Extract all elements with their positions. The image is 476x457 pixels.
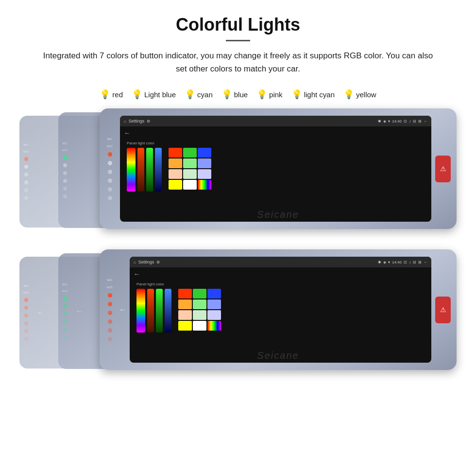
blue-bulb-icon: 💡 [221, 89, 232, 100]
second-main-screen: ⌂ Settings ⚙ ✱ ◈ ▾ 14:40 ⊡ ♪ [130, 257, 431, 363]
palette2-yellow[interactable] [178, 321, 192, 331]
palette-rainbow[interactable] [198, 180, 211, 190]
panel-light-label-2: Panel light color [136, 282, 171, 286]
header-section: Colorful Lights Integrated with 7 colors… [0, 0, 476, 89]
palette-palegreen[interactable] [183, 169, 197, 179]
pink-bulb-icon: 💡 [256, 89, 267, 100]
palette2-green[interactable] [193, 289, 206, 299]
color-item-cyan: 💡 cyan [185, 89, 213, 100]
palette2-lightgreen[interactable] [193, 299, 206, 309]
settings-label-2: Settings [138, 260, 154, 264]
palette2-lightblue[interactable] [207, 299, 221, 309]
color-indicators-row: 💡 red 💡 Light blue 💡 cyan 💡 blue 💡 pink … [0, 89, 476, 100]
color-item-lightblue: 💡 Light blue [132, 89, 176, 100]
palette-lightgreen[interactable] [183, 158, 197, 168]
color-item-lightcyan: 💡 light cyan [291, 89, 335, 100]
window-icon-2[interactable]: ⊞ [418, 260, 422, 264]
color-label-pink: pink [269, 90, 283, 99]
palette2-blue[interactable] [207, 289, 221, 299]
blue-slider[interactable] [155, 148, 162, 192]
palette2-white[interactable] [193, 321, 206, 331]
car-unit2-front: MIC RST ← [100, 249, 457, 370]
color-item-blue: 💡 blue [221, 89, 248, 100]
minimize-icon-2[interactable]: ⊟ [413, 260, 416, 264]
unit2-back2-arrow[interactable]: ← [37, 309, 44, 316]
time-display: 14:40 [392, 119, 402, 123]
time-display-2: 14:40 [392, 260, 402, 264]
palette-yellow[interactable] [169, 180, 182, 190]
palette-red[interactable] [169, 148, 182, 158]
warning-button[interactable]: ⚠ [435, 156, 451, 182]
lightcyan-bulb-icon: 💡 [291, 89, 302, 100]
palette2-orange[interactable] [178, 299, 192, 309]
back-icon[interactable]: ← [424, 119, 427, 123]
page-title: Colorful Lights [19, 15, 457, 35]
home-icon[interactable]: ⌂ [124, 119, 126, 123]
palette-blue[interactable] [198, 148, 211, 158]
back-arrow-button[interactable]: ← [124, 129, 130, 137]
volume-icon-2: ♪ [409, 260, 411, 264]
lightblue-bulb-icon: 💡 [132, 89, 142, 100]
palette2-paleblue[interactable] [207, 310, 221, 320]
unit2-front-arrow[interactable]: ← [119, 305, 127, 314]
palette-lightblue[interactable] [198, 158, 211, 168]
camera-icon: ⊡ [404, 119, 407, 123]
color-label-yellow: yellow [356, 90, 376, 99]
back-arrow-button-2[interactable]: ← [134, 270, 140, 278]
color-item-yellow: 💡 yellow [343, 89, 376, 100]
bluetooth-icon-2: ✱ [378, 260, 381, 264]
palette2-red[interactable] [178, 289, 192, 299]
location-icon-2: ◈ [383, 260, 386, 264]
settings-label: Settings [129, 119, 145, 123]
minimize-icon[interactable]: ⊟ [413, 119, 416, 123]
palette2-palegreen[interactable] [193, 310, 206, 320]
title-divider [226, 40, 250, 41]
color-item-red: 💡 red [100, 89, 123, 100]
color-item-pink: 💡 pink [256, 89, 283, 100]
bluetooth-icon: ✱ [378, 119, 381, 123]
palette-peach[interactable] [169, 169, 182, 179]
window-icon[interactable]: ⊞ [418, 119, 422, 123]
panel-light-label: Panel light color [127, 141, 162, 145]
cyan-bulb-icon: 💡 [185, 89, 195, 100]
back-icon-2[interactable]: ← [424, 260, 427, 264]
red-slider[interactable] [137, 148, 144, 192]
color-label-blue: blue [234, 90, 248, 99]
page-wrapper: Colorful Lights Integrated with 7 colors… [0, 0, 476, 457]
color-label-red: red [112, 90, 123, 99]
blue-slider-2[interactable] [165, 289, 171, 333]
warning-button-2[interactable]: ⚠ [435, 297, 451, 323]
signal-icon: ▾ [388, 119, 390, 123]
android-status-bar: ⌂ Settings ⚙ ✱ ◈ ▾ 14:40 ⊡ ♪ [120, 116, 431, 126]
red-bulb-icon: 💡 [100, 89, 110, 100]
android-status-bar-2: ⌂ Settings ⚙ ✱ ◈ ▾ 14:40 ⊡ ♪ [130, 257, 431, 267]
color-label-cyan: cyan [197, 90, 213, 99]
palette-white[interactable] [183, 180, 197, 190]
yellow-bulb-icon: 💡 [343, 89, 354, 100]
camera-icon-2: ⊡ [404, 260, 407, 264]
color-label-lightcyan: light cyan [304, 90, 335, 99]
color-label-lightblue: Light blue [144, 90, 176, 99]
rainbow-slider[interactable] [127, 148, 136, 192]
settings-gear-icon-2[interactable]: ⚙ [156, 260, 160, 264]
palette-green[interactable] [183, 148, 197, 158]
green-slider[interactable] [146, 148, 153, 192]
car-unit-front: MIC RST ⌂ [100, 108, 457, 229]
volume-icon: ♪ [409, 119, 411, 123]
palette-paleblue[interactable] [198, 169, 211, 179]
location-icon: ◈ [383, 119, 386, 123]
main-screen: ⌂ Settings ⚙ ✱ ◈ ▾ 14:40 ⊡ ♪ [120, 116, 431, 222]
palette2-rainbow[interactable] [207, 321, 221, 331]
home-icon-2[interactable]: ⌂ [134, 260, 136, 264]
warning-triangle-icon: ⚠ [440, 165, 446, 173]
unit2-back1-arrow[interactable]: ← [76, 307, 83, 315]
green-slider-2[interactable] [156, 289, 163, 333]
palette-orange[interactable] [169, 158, 182, 168]
warning-triangle-icon-2: ⚠ [440, 306, 446, 314]
description-text: Integrated with 7 colors of button indic… [39, 49, 437, 75]
signal-icon-2: ▾ [388, 260, 390, 264]
settings-gear-icon[interactable]: ⚙ [147, 119, 150, 123]
palette2-peach[interactable] [178, 310, 192, 320]
rainbow-slider-2[interactable] [136, 289, 145, 333]
red-slider-2[interactable] [147, 289, 154, 333]
